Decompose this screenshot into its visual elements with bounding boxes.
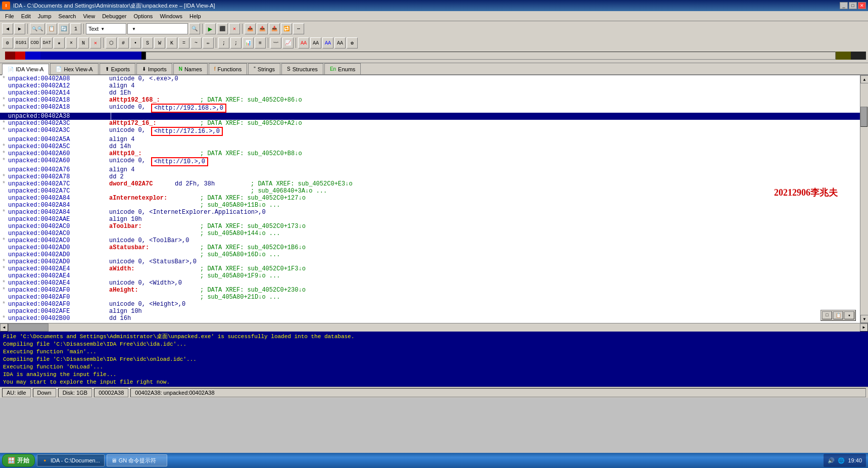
tab-label-imports: Imports: [148, 66, 167, 72]
tb-back[interactable]: ◀: [2, 23, 13, 34]
tb-search1[interactable]: 🔍🔍: [30, 23, 45, 34]
tb-asm-btn[interactable]: ⚙: [2, 37, 13, 49]
disasm-line-7: * unpacked:00402A3C unicode 0, <http://1…: [0, 127, 860, 136]
menu-debugger[interactable]: Debugger: [99, 12, 129, 20]
menu-help[interactable]: Help: [186, 12, 204, 20]
addr-dropdown[interactable]: ▼: [127, 23, 188, 34]
float-btn-2[interactable]: 📋: [833, 311, 843, 319]
tb-s-btn[interactable]: S: [142, 37, 153, 49]
tb-import1[interactable]: 📥: [269, 23, 280, 34]
tab-hex-view-a[interactable]: 📄 Hex View-A: [50, 63, 98, 74]
tb-color-btns[interactable]: AА: [298, 37, 309, 49]
close-button[interactable]: ✕: [858, 2, 866, 9]
taskbar-btn-ida[interactable]: 🔸 IDA - C:\Documen...: [37, 454, 105, 466]
tb-misc-btn1[interactable]: ★: [54, 37, 65, 49]
tb-refresh[interactable]: 🔄: [58, 23, 69, 34]
tb-wave-btn[interactable]: ~: [190, 37, 202, 49]
tb-list[interactable]: 📋: [46, 23, 57, 34]
maximize-button[interactable]: □: [849, 2, 857, 9]
tb-reload[interactable]: 🔁: [281, 23, 292, 34]
tb-n-btn[interactable]: N: [78, 37, 89, 49]
hscroll-right-arrow[interactable]: ▶: [860, 323, 868, 332]
tb-color4-btns[interactable]: АА: [334, 37, 346, 49]
tb-cod-btn[interactable]: COD: [29, 37, 40, 49]
disasm-line-29: * unpacked:00402AF0 aHeight: ; DATA XREF…: [0, 287, 860, 294]
hscrollbar[interactable]: ◀ ▶: [0, 323, 868, 331]
status-mode: AU: idle: [2, 388, 31, 397]
tb-num[interactable]: 1: [70, 23, 81, 34]
hscroll-left-arrow[interactable]: ◀: [0, 323, 8, 332]
tab-structures[interactable]: S Structures: [281, 63, 323, 74]
window-controls: _ □ ✕: [840, 2, 866, 9]
view-dropdown[interactable]: Text ▼: [86, 23, 126, 34]
tb-eq-btn[interactable]: =: [178, 37, 189, 49]
log-line-2: Compiling file 'C:\Disassemble\IDA Free\…: [3, 341, 865, 348]
tab-icon-hex: 📄: [56, 66, 62, 72]
tb-x-btn[interactable]: ✕: [90, 37, 101, 49]
tb-export1[interactable]: 📤: [245, 23, 256, 34]
tab-strings[interactable]: " Strings: [248, 63, 280, 74]
disasm-line-4: * unpacked:00402A18 aHttp192_168_: ; DAT…: [0, 97, 860, 104]
tb-pencil-btn[interactable]: ✏: [203, 37, 214, 49]
float-btn-3[interactable]: ▾: [844, 311, 854, 319]
tab-functions[interactable]: f Functions: [209, 63, 247, 74]
tb-dot[interactable]: •: [130, 37, 141, 49]
tb-green-run[interactable]: ▶: [205, 23, 216, 34]
tab-ida-view-a[interactable]: 📄 IDA View-A: [2, 64, 49, 75]
tb-color2-btns[interactable]: АА: [310, 37, 321, 49]
menu-search[interactable]: Search: [56, 12, 79, 20]
float-btn-1[interactable]: □: [822, 311, 832, 319]
disasm-line-26: * unpacked:00402AE4 aWidth: ; DATA XREF:…: [0, 265, 860, 272]
tb-special-btn[interactable]: ✿: [347, 37, 358, 49]
menu-view[interactable]: View: [80, 12, 98, 20]
scroll-track[interactable]: [860, 83, 868, 315]
tb-w-btn[interactable]: W: [154, 37, 165, 49]
scroll-up-arrow[interactable]: ▲: [860, 75, 868, 83]
tab-icon-enums: En: [330, 66, 336, 72]
tab-bar: 📄 IDA View-A 📄 Hex View-A ⬆ Exports ⬇ Im…: [0, 63, 868, 75]
tb-export2[interactable]: 📤: [257, 23, 268, 34]
taskbar-btn-cmd[interactable]: 🖥 GN 命令提示符: [107, 454, 167, 466]
tb-k-btn[interactable]: K: [166, 37, 177, 49]
tb-misc3[interactable]: ⬡: [106, 37, 117, 49]
tb-dat-btn[interactable]: DAT: [41, 37, 53, 49]
right-scrollbar[interactable]: ▲ ▼: [860, 75, 868, 323]
menu-jump[interactable]: Jump: [35, 12, 55, 20]
tb-cross[interactable]: ✕: [229, 23, 240, 34]
disasm-view[interactable]: * unpacked:00402A08 unicode 0, <.exe>,0 …: [0, 75, 860, 323]
tb-hash[interactable]: #: [118, 37, 129, 49]
tab-names[interactable]: N Names: [173, 63, 208, 74]
hscroll-track[interactable]: [8, 323, 860, 332]
tab-enums[interactable]: En Enums: [324, 63, 361, 74]
tb-semi-btn[interactable]: ;: [230, 37, 242, 49]
scroll-thumb[interactable]: [860, 107, 867, 127]
menu-windows[interactable]: Windows: [157, 12, 185, 20]
menu-options[interactable]: Options: [130, 12, 156, 20]
start-button[interactable]: 🪟 开始: [2, 454, 35, 467]
taskbar-btn-ida-icon: 🔸: [41, 457, 49, 464]
tb-find-icon[interactable]: 🔍: [189, 23, 200, 34]
minimize-button[interactable]: _: [840, 2, 848, 9]
scroll-down-arrow[interactable]: ▼: [860, 315, 868, 323]
tb-colon-btn[interactable]: ;: [218, 37, 229, 49]
tb-color3-btns[interactable]: АА: [322, 37, 333, 49]
tab-exports[interactable]: ⬆ Exports: [100, 63, 135, 74]
tb-stats-btn[interactable]: 📈: [282, 37, 294, 49]
tb-chart-btn[interactable]: 📊: [243, 37, 254, 49]
menu-file[interactable]: File: [2, 12, 17, 20]
disasm-line-18: * unpacked:00402A84 unicode 0, <Internet…: [0, 209, 860, 216]
disasm-line-1: * unpacked:00402A08 unicode 0, <.exe>,0: [0, 75, 860, 82]
start-label: 开始: [17, 456, 29, 465]
tab-imports[interactable]: ⬇ Imports: [136, 63, 172, 74]
redbox-1: <http://192.168.>,0: [151, 104, 226, 113]
tb-hex-btn[interactable]: 0101: [14, 37, 28, 49]
tb-misc-btn2[interactable]: ×: [66, 37, 77, 49]
tab-label-structures: Structures: [293, 66, 318, 72]
tb-wave2-btn[interactable]: 〰: [270, 37, 281, 49]
tb-more[interactable]: ⋯: [293, 23, 304, 34]
tb-lines-btn[interactable]: ≡: [255, 37, 266, 49]
tb-pause[interactable]: ⬛: [217, 23, 228, 34]
menu-edit[interactable]: Edit: [18, 12, 34, 20]
hscroll-thumb[interactable]: [8, 323, 49, 332]
tb-forward[interactable]: ▶: [14, 23, 25, 34]
